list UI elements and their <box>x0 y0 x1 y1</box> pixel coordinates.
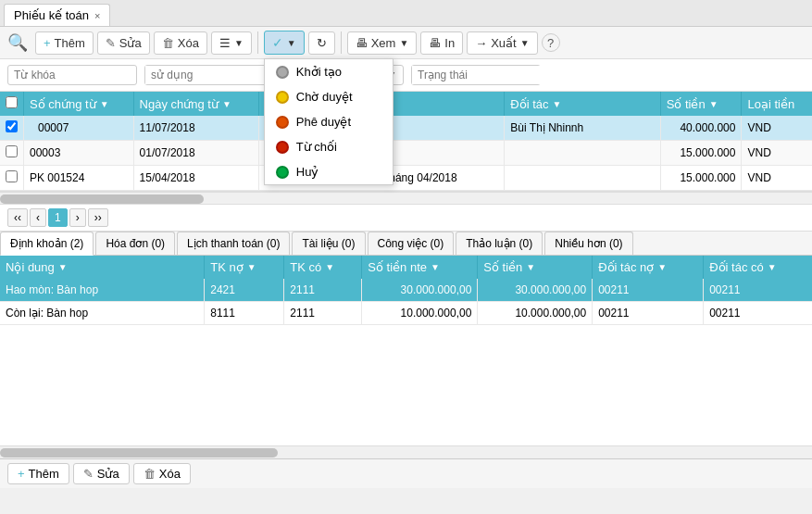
phieu-ke-toan-tab[interactable]: Phiếu kế toán × <box>4 4 110 26</box>
so-chung-tu-label: Số chứng từ <box>30 97 96 111</box>
bottom-tab-5[interactable]: Thảo luận (0) <box>456 232 543 255</box>
bottom-tab-3[interactable]: Tài liệu (0) <box>292 232 365 255</box>
row-currency: VND <box>742 141 812 166</box>
menu-button[interactable]: ☰ ▼ <box>211 31 252 55</box>
bottom-tab-6[interactable]: Nhiều hơn (0) <box>544 232 632 255</box>
bottom-them-button[interactable]: + Thêm <box>7 463 69 484</box>
so-tien-label: Số tiền <box>667 97 706 111</box>
row-checkbox-cell[interactable] <box>0 116 24 141</box>
main-table-hscroll-thumb[interactable] <box>0 194 204 204</box>
noi-dung-filter-icon[interactable]: ▼ <box>58 262 68 272</box>
status-filter-input[interactable] <box>412 66 562 84</box>
sub-table-row[interactable]: Còn lại: Bàn hop 8111 2111 10.000.000,00… <box>0 302 812 325</box>
bottom-sua-button[interactable]: ✎ Sửa <box>73 463 130 484</box>
status-cho-duyet[interactable]: Chờ duyệt <box>265 84 393 109</box>
help-button[interactable]: ? <box>542 33 560 52</box>
tu-choi-dot <box>276 141 289 154</box>
xoa-button[interactable]: 🗑 Xóa <box>154 31 207 55</box>
so-chung-tu-filter-icon[interactable]: ▼ <box>100 99 109 109</box>
select-all-header[interactable] <box>0 92 24 116</box>
doi-tac-co-header: Đối tác có ▼ <box>704 256 812 279</box>
print-icon: 🖶 <box>429 36 441 50</box>
tk-co-header: TK có ▼ <box>284 256 362 279</box>
prev-page-button[interactable]: ‹ <box>30 208 46 227</box>
doi-tac-no-header: Đối tác nợ ▼ <box>593 256 704 279</box>
row-checkbox[interactable] <box>6 120 18 132</box>
huy-label: Huỷ <box>296 165 319 179</box>
row-checkbox-cell[interactable] <box>0 166 24 191</box>
export-icon: → <box>475 36 487 50</box>
main-table-row[interactable]: PK 001524 15/04/2018 Hạch toán chi phí l… <box>0 166 812 191</box>
them-button[interactable]: + Thêm <box>35 31 94 55</box>
tab-bar: Phiếu kế toán × <box>0 0 812 27</box>
sub-row-doi-tac-no: 00211 <box>593 279 704 302</box>
main-table-row[interactable]: 00003 01/07/2018 Thanh lý 15.000.000 VND <box>0 141 812 166</box>
menu-icon: ☰ <box>219 36 231 50</box>
ngay-chung-tu-header: Ngày chứng từ ▼ <box>133 92 258 116</box>
so-tien-nte-label: Số tiền nte <box>368 260 427 274</box>
row-date: 01/07/2018 <box>133 141 258 166</box>
row-date: 15/04/2018 <box>133 166 258 191</box>
sub-table-hscroll-thumb[interactable] <box>0 448 278 458</box>
row-partner <box>505 166 660 191</box>
sub-table-row[interactable]: Hao mòn: Bàn hop 2421 2111 30.000.000,00… <box>0 279 812 302</box>
status-khoi-tao[interactable]: Khởi tạo <box>265 59 393 84</box>
main-table-row[interactable]: 00007 11/07/2018 Th Bùi Thị Nhinnh 40.00… <box>0 116 812 141</box>
help-label: ? <box>547 36 554 50</box>
so-tien-sub-header: Số tiền ▼ <box>478 256 593 279</box>
so-tien-filter-icon[interactable]: ▼ <box>709 99 718 109</box>
next-page-button[interactable]: › <box>69 208 86 227</box>
current-page-button[interactable]: 1 <box>48 208 68 227</box>
xoa-label: Xóa <box>178 36 199 50</box>
doi-tac-co-filter-icon[interactable]: ▼ <box>768 262 777 272</box>
row-amount: 15.000.000 <box>660 141 742 166</box>
in-button[interactable]: 🖶 In <box>420 31 463 55</box>
xem-button[interactable]: 🖶 Xem ▼ <box>347 31 418 55</box>
ngay-chung-tu-filter-icon[interactable]: ▼ <box>222 99 231 109</box>
so-tien-sub-filter-icon[interactable]: ▼ <box>526 262 535 272</box>
bottom-tab-0[interactable]: Định khoản (2) <box>0 232 94 256</box>
separator-2 <box>341 31 342 54</box>
so-tien-nte-filter-icon[interactable]: ▼ <box>431 262 440 272</box>
xuat-button[interactable]: → Xuất ▼ <box>467 31 537 55</box>
sua-label: Sửa <box>119 36 142 50</box>
doi-tac-co-label: Đối tác có <box>709 260 764 274</box>
tk-co-filter-icon[interactable]: ▼ <box>325 262 334 272</box>
bottom-tab-1[interactable]: Hóa đơn (0) <box>95 232 175 255</box>
sub-row-so-tien-nte: 10.000.000,00 <box>362 302 478 325</box>
row-checkbox[interactable] <box>6 145 18 157</box>
tu-choi-label: Từ chối <box>296 140 337 154</box>
so-tien-nte-header: Số tiền nte ▼ <box>362 256 478 279</box>
sub-row-so-tien-nte: 30.000.000,00 <box>362 279 478 302</box>
phe-duyet-label: Phê duyệt <box>296 115 351 129</box>
row-checkbox-cell[interactable] <box>0 141 24 166</box>
refresh-button[interactable]: ↻ <box>308 31 335 55</box>
bottom-tab-2[interactable]: Lịch thanh toán (0) <box>177 232 290 255</box>
tab-close-button[interactable]: × <box>94 10 100 21</box>
keyword-input[interactable] <box>7 65 137 85</box>
status-dropdown-arrow: ▼ <box>287 38 296 48</box>
sua-button[interactable]: ✎ Sửa <box>97 31 150 55</box>
status-tu-choi[interactable]: Từ chối <box>265 134 393 159</box>
first-page-button[interactable]: ‹‹ <box>7 208 28 227</box>
status-phe-duyet[interactable]: Phê duyệt <box>265 109 393 134</box>
doi-tac-no-filter-icon[interactable]: ▼ <box>657 262 667 272</box>
tk-no-filter-icon[interactable]: ▼ <box>247 262 256 272</box>
bottom-tab-4[interactable]: Công việc (0) <box>368 232 455 255</box>
noi-dung-label: Nội dung <box>6 260 55 274</box>
status-dropdown-menu: Khởi tạo Chờ duyệt Phê duyệt Từ chối <box>264 58 394 185</box>
sub-row-doi-tac-no: 00211 <box>593 302 704 325</box>
doi-tac-filter-icon[interactable]: ▼ <box>553 99 562 109</box>
bottom-xoa-button[interactable]: 🗑 Xóa <box>133 463 191 484</box>
last-page-button[interactable]: ›› <box>88 208 108 227</box>
sub-table-hscroll[interactable] <box>0 445 812 458</box>
status-huy[interactable]: Huỷ <box>265 159 393 184</box>
row-checkbox[interactable] <box>6 170 18 182</box>
row-amount: 15.000.000 <box>660 166 742 191</box>
select-all-checkbox[interactable] <box>6 96 18 108</box>
khoi-tao-label: Khởi tạo <box>296 65 342 79</box>
filter-bar: ▼ <box>0 59 812 92</box>
sub-row-content: Hao mòn: Bàn hop <box>0 279 205 302</box>
status-dropdown-button[interactable]: ✓ ▼ <box>264 31 305 55</box>
main-table-hscroll[interactable] <box>0 192 812 205</box>
